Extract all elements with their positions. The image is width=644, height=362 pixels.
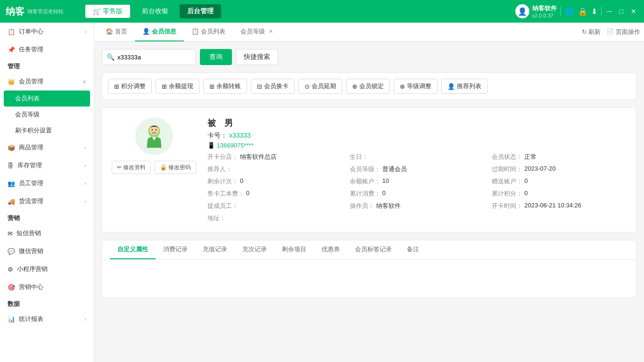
globe-icon[interactable]: 🌐 (565, 7, 574, 16)
marketing-icon: 🎯 (8, 284, 15, 291)
search-input[interactable] (102, 49, 196, 65)
chevron-icon3: › (84, 163, 86, 168)
card-change-button[interactable]: ⊟ 会员换卡 (251, 79, 295, 94)
sidebar-item-orders[interactable]: 📋 订单中心 › (0, 23, 94, 41)
card-change-icon: ⊟ (257, 83, 262, 90)
staff-icon: 👥 (8, 180, 15, 187)
refresh-button[interactable]: ↻ 刷新 (582, 28, 601, 36)
detail-referrer: 推荐人： (207, 165, 342, 173)
detail-total-points: 累计积分： 0 (492, 189, 627, 198)
lock-icon[interactable]: 🔒 (578, 7, 587, 16)
member-icon: 👤 (142, 28, 150, 35)
sidebar-item-logistics[interactable]: 🚚 货流管理 › (0, 192, 94, 210)
close-button[interactable]: ✕ (629, 8, 638, 15)
username: 纳客软件 (532, 4, 557, 13)
sidebar-item-member-level[interactable]: 会员等级 (0, 107, 94, 123)
detail-store: 开卡分店： 纳客软件总店 (207, 153, 342, 161)
sidebar-item-member-mgmt[interactable]: 👑 会员管理 ∨ (0, 73, 94, 90)
member-phone: 📱 13669075**** (207, 142, 627, 149)
sidebar-item-tasks[interactable]: 📌 任务管理 (0, 41, 94, 58)
withdraw-icon: ⊞ (162, 83, 167, 90)
tab-charge-count-record[interactable]: 充次记录 (235, 240, 274, 259)
retail-icon: 🛒 (93, 8, 101, 15)
user-info: 👤 纳客软件 v2.0.0.37 (515, 4, 557, 18)
tab-coupons[interactable]: 优惠券 (314, 240, 347, 259)
edit-icon: ✏ (117, 164, 122, 171)
member-tabs-section: 自定义属性 消费记录 充值记录 充次记录 剩余项目 优惠券 会员标签记录 备注 (102, 240, 636, 298)
list-icon: 📋 (191, 28, 199, 35)
frontend-button[interactable]: 前台收银 (134, 4, 176, 18)
divider2 (601, 7, 602, 16)
tab-close-icon[interactable]: ✕ (269, 28, 273, 34)
sidebar-item-inventory[interactable]: 🗄 库存管理 › (0, 156, 94, 174)
edit-info-button[interactable]: ✏ 修改资料 (112, 161, 151, 174)
member-info-section: 被 男 卡号： x33333 📱 13669075**** 开卡分店： 纳客软件… (207, 117, 627, 222)
avatar-svg (138, 120, 171, 153)
miniapp-icon: ⚙ (8, 266, 13, 273)
search-button[interactable]: 查询 (200, 49, 232, 65)
tab-member-info[interactable]: 👤 会员信息 (135, 23, 184, 41)
member-name-row: 被 男 (207, 117, 627, 129)
recommend-list-button[interactable]: 👤 推荐列表 (441, 79, 487, 94)
sms-icon: ✉ (8, 230, 13, 237)
tasks-icon: 📌 (8, 46, 15, 53)
sidebar-item-marketing-center[interactable]: 🎯 营销中心 (0, 278, 94, 296)
lock-btn-icon: ⊕ (352, 83, 357, 90)
level-adjust-button[interactable]: ⊗ 等级调整 (394, 79, 438, 94)
sidebar-item-reports[interactable]: 📊 统计报表 › (0, 310, 94, 328)
sidebar-item-member-list[interactable]: 会员列表 (4, 90, 90, 107)
sidebar-item-miniapp[interactable]: ⚙ 小程序营销 (0, 260, 94, 278)
minimize-button[interactable]: ─ (605, 8, 614, 15)
member-lock-button[interactable]: ⊕ 会员锁定 (346, 79, 390, 94)
points-adjust-button[interactable]: ⊞ 积分调整 (108, 79, 152, 94)
tab-home[interactable]: 🏠 首页 (98, 23, 135, 41)
search-input-wrap: 🔍 (102, 49, 196, 65)
extend-icon: ⊙ (305, 83, 310, 90)
divider (561, 7, 561, 16)
balance-withdraw-button[interactable]: ⊞ 余额提现 (156, 79, 199, 94)
sidebar-item-wechat[interactable]: 💬 微信营销 (0, 242, 94, 260)
sidebar-item-products[interactable]: 📦 商品管理 › (0, 139, 94, 156)
detail-promote: 提成员工： (207, 202, 342, 210)
tab-consume-record[interactable]: 消费记录 (156, 240, 195, 259)
page-content: 🔍 查询 快捷搜索 ⊞ 积分调整 ⊞ 余额提现 ⊞ 余额转账 (94, 41, 644, 362)
detail-card-fee: 售卡工本费： 0 (207, 189, 342, 198)
member-tabs-nav: 自定义属性 消费记录 充值记录 充次记录 剩余项目 优惠券 会员标签记录 备注 (102, 240, 636, 260)
chevron-icon: › (84, 29, 86, 34)
quick-search-button[interactable]: 快捷搜索 (236, 49, 278, 65)
tab-member-list[interactable]: 📋 会员列表 (184, 23, 233, 41)
sidebar-item-staff[interactable]: 👥 员工管理 › (0, 174, 94, 192)
member-name: 被 男 (207, 117, 233, 129)
sidebar-item-sms[interactable]: ✉ 短信营销 (0, 224, 94, 242)
search-icon: 🔍 (107, 53, 115, 61)
main-layout: 📋 订单中心 › 📌 任务管理 管理 👑 会员管理 ∨ 会员列表 会员等级 刷卡… (0, 23, 644, 362)
download-icon[interactable]: ⬇ (591, 7, 597, 16)
points-icon: ⊞ (114, 83, 119, 90)
tab-actions: ↻ 刷新 📄 页面操作 (582, 28, 640, 36)
backend-button[interactable]: 后台管理 (180, 4, 221, 18)
password-icon: 🔒 (160, 164, 167, 171)
chevron-icon2: › (84, 145, 86, 150)
detail-address: 地址： (207, 214, 342, 222)
member-details-grid: 开卡分店： 纳客软件总店 生日： 会员状态： 正常 推荐人： (207, 153, 627, 222)
sidebar-item-card-points[interactable]: 刷卡积分设置 (0, 123, 94, 139)
tab-member-level[interactable]: 会员等级 ✕ (233, 23, 281, 41)
tab-remaining-items[interactable]: 剩余项目 (274, 240, 314, 259)
retail-mode-button[interactable]: 🛒 零售版 (85, 4, 131, 18)
tab-custom-attr[interactable]: 自定义属性 (110, 240, 156, 259)
tab-remarks[interactable]: 备注 (399, 240, 427, 259)
app-version: v2.0.0.37 (532, 13, 557, 18)
maximize-button[interactable]: □ (618, 8, 625, 15)
member-extend-button[interactable]: ⊙ 会员延期 (298, 79, 342, 94)
tab-recharge-record[interactable]: 充值记录 (195, 240, 235, 259)
member-avatar-section: ✏ 修改资料 🔒 修改密码 (112, 117, 196, 222)
balance-transfer-button[interactable]: ⊞ 余额转账 (203, 79, 247, 94)
chevron-icon5: › (84, 198, 86, 204)
edit-password-button[interactable]: 🔒 修改密码 (155, 161, 196, 174)
page-op-icon: 📄 (606, 28, 614, 35)
tab-member-tags[interactable]: 会员标签记录 (347, 240, 399, 259)
member-edit-buttons: ✏ 修改资料 🔒 修改密码 (112, 161, 196, 174)
member-avatar (135, 117, 173, 155)
page-op-button[interactable]: 📄 页面操作 (606, 28, 640, 36)
crown-icon: 👑 (8, 78, 15, 85)
